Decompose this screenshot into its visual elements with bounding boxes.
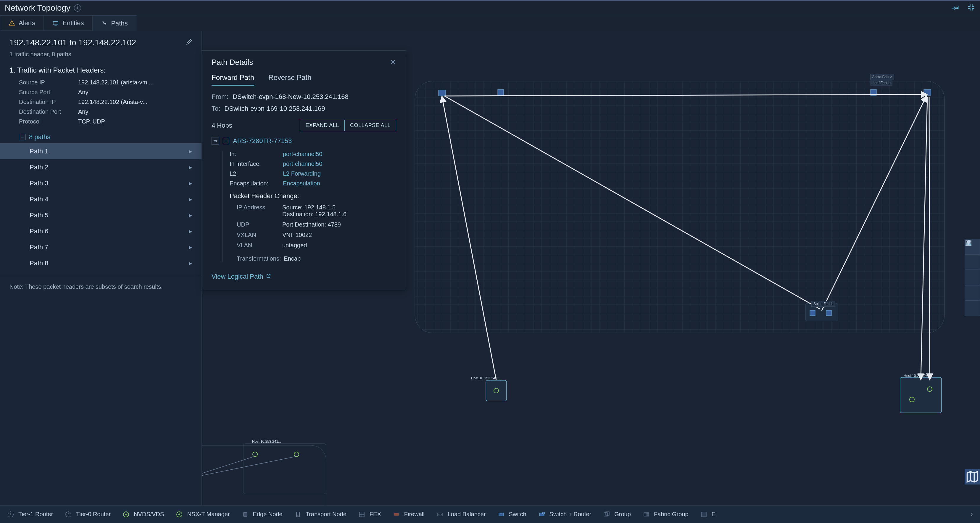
zoom-out[interactable] xyxy=(965,285,980,301)
svg-text:0: 0 xyxy=(68,513,69,516)
legend-nsxt-label: NSX-T Manager xyxy=(187,511,230,518)
topbar-actions xyxy=(951,3,975,13)
from-line: From:DSwitch-evpn-168-New-10.253.241.168 xyxy=(212,93,396,101)
v-dst-ip: 192.148.22.102 (Arista-v... xyxy=(78,99,192,105)
switch-router-icon xyxy=(538,511,545,518)
device-name[interactable]: ARS-7280TR-77153 xyxy=(233,137,292,145)
svg-rect-0 xyxy=(53,22,58,25)
path-item-7[interactable]: Path 7▸ xyxy=(0,239,202,255)
legend-switchrouter-label: Switch + Router xyxy=(549,511,592,518)
fabric-group-icon xyxy=(643,511,650,518)
svg-rect-37 xyxy=(243,512,247,517)
nsxt-icon xyxy=(176,511,183,518)
close-icon[interactable]: ✕ xyxy=(390,58,396,67)
path-item-8[interactable]: Path 8▸ xyxy=(0,255,202,271)
k-l2: L2: xyxy=(230,170,283,177)
svg-rect-10 xyxy=(439,90,445,96)
v-l2[interactable]: L2 Forwarding xyxy=(283,170,396,177)
svg-rect-4 xyxy=(826,310,832,316)
legend: 1Tier-1 Router 0Tier-0 Router NVDS/VDS N… xyxy=(0,505,980,523)
path-item-6[interactable]: Path 6▸ xyxy=(0,223,202,239)
edit-icon[interactable] xyxy=(186,38,193,46)
path-item-2[interactable]: Path 2▸ xyxy=(0,159,202,175)
tab-alerts-label: Alerts xyxy=(19,19,35,27)
legend-firewall-label: Firewall xyxy=(404,511,425,518)
path-item-4[interactable]: Path 4▸ xyxy=(0,191,202,207)
legend-switch-label: Switch xyxy=(509,511,527,518)
v-iniface[interactable]: port-channel50 xyxy=(283,161,396,167)
path-item-5[interactable]: Path 5▸ xyxy=(0,207,202,223)
legend-fabricgroup-label: Fabric Group xyxy=(654,511,689,518)
legend-edge: Edge Node xyxy=(242,511,283,518)
path-3-label: Path 3 xyxy=(30,179,49,187)
view-logical-path-link[interactable]: View Logical Path xyxy=(212,273,271,281)
v-src-ip: 192.148.22.101 (arista-vm... xyxy=(78,79,192,86)
details-subtabs: Forward Path Reverse Path xyxy=(212,73,396,86)
svg-point-45 xyxy=(542,512,545,514)
legend-group: Group xyxy=(603,511,631,518)
path-item-1[interactable]: Path 1▸ xyxy=(0,144,202,159)
fit-screen[interactable] xyxy=(965,301,980,316)
v-proto: TCP, UDP xyxy=(78,118,192,125)
svg-rect-38 xyxy=(296,512,299,517)
expand-all-button[interactable]: EXPAND ALL xyxy=(300,120,345,131)
tab-entities[interactable]: Entities xyxy=(44,15,92,31)
edit-tool[interactable] xyxy=(965,254,980,270)
zoom-in[interactable] xyxy=(965,270,980,285)
tab-forward[interactable]: Forward Path xyxy=(212,73,254,86)
v-transf: Encap xyxy=(284,255,301,262)
path-item-3[interactable]: Path 3▸ xyxy=(0,175,202,191)
collapse-device-icon[interactable]: − xyxy=(223,138,229,144)
tab-paths[interactable]: Paths xyxy=(92,15,136,31)
host1-label: Host 10.253.241... xyxy=(471,376,500,380)
logical-label: View Logical Path xyxy=(212,273,263,281)
svg-line-27 xyxy=(202,457,295,479)
tab-reverse[interactable]: Reverse Path xyxy=(268,73,311,86)
legend-edge-label: Edge Node xyxy=(253,511,283,518)
info-icon[interactable]: i xyxy=(74,5,81,11)
leaf-fabric-label: Leaf Fabric xyxy=(870,80,892,86)
legend-nvds: NVDS/VDS xyxy=(123,511,164,518)
v-dst-port: Any xyxy=(78,108,192,115)
k-vlan: VLAN xyxy=(237,242,275,249)
device-row[interactable]: ⇆ − ARS-7280TR-77153 xyxy=(212,137,396,145)
collapse-icon[interactable] xyxy=(967,3,975,13)
query-title: 192.148.22.101 to 192.148.22.102 xyxy=(10,38,186,47)
to-v: DSwitch-evpn-169-10.253.241.169 xyxy=(224,105,325,113)
k-vxlan: VXLAN xyxy=(237,231,275,238)
arista-fabric-label: Arista Fabric xyxy=(870,74,894,80)
pin-icon[interactable] xyxy=(951,3,960,13)
svg-rect-1 xyxy=(415,81,945,333)
legend-switchrouter: Switch + Router xyxy=(538,511,592,518)
expand-collapse-group: EXPAND ALL COLLAPSE ALL xyxy=(300,120,396,131)
host3-label: Host 10.253.241... xyxy=(252,440,281,443)
ip-src: Source: 192.148.1.5 xyxy=(282,204,336,210)
chevron-right-icon: ▸ xyxy=(189,163,192,171)
legend-firewall: Firewall xyxy=(393,511,425,518)
svg-rect-42 xyxy=(438,513,442,516)
tab-alerts[interactable]: Alerts xyxy=(0,15,44,31)
k-dst-ip: Destination IP xyxy=(19,99,78,105)
k-ipaddr: IP Address xyxy=(237,204,275,218)
host2-label: Host 10.253.241... xyxy=(904,374,933,378)
path-5-label: Path 5 xyxy=(30,212,49,219)
details-header: Path Details ✕ xyxy=(212,58,396,67)
tool-strip xyxy=(965,239,980,316)
paths-header[interactable]: − 8 paths xyxy=(0,129,202,144)
tier0-router-icon: 0 xyxy=(65,511,72,518)
legend-scroll-right[interactable]: › xyxy=(970,510,973,518)
minimap-toggle[interactable] xyxy=(965,469,980,485)
v-encap[interactable]: Encapsulation xyxy=(283,180,396,187)
collapse-paths-icon[interactable]: − xyxy=(19,134,25,140)
v-udp: Port Destination: 4789 xyxy=(282,221,396,228)
k-transf: Transformations: xyxy=(237,255,281,262)
v-in[interactable]: port-channel50 xyxy=(283,151,396,158)
path-2-label: Path 2 xyxy=(30,163,49,171)
to-k: To: xyxy=(212,105,220,113)
from-k: From: xyxy=(212,93,228,101)
v-ipaddr: Source: 192.148.1.5Destination: 192.148.… xyxy=(282,204,396,218)
path-4-label: Path 4 xyxy=(30,195,49,203)
svg-rect-29 xyxy=(967,242,970,244)
query-summary: 1 traffic header, 8 paths xyxy=(0,51,202,62)
collapse-all-button[interactable]: COLLAPSE ALL xyxy=(345,120,396,131)
